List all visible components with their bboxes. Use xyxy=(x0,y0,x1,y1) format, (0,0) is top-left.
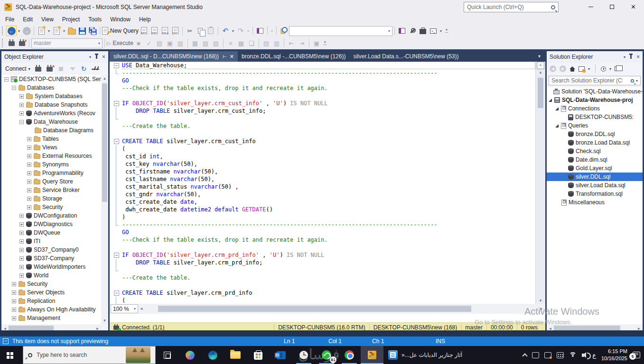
start-button[interactable] xyxy=(0,346,23,364)
outline-gutter[interactable] xyxy=(110,69,122,77)
oe-node-wideworldimporters[interactable]: +WideWorldImporters xyxy=(1,263,101,271)
outline-gutter[interactable] xyxy=(110,206,122,213)
news-widget-button[interactable]: آثار جنازير الدبابات عل...« xyxy=(383,346,467,364)
code-line[interactable]: cst_key nvarchar(50), xyxy=(110,160,535,168)
se-forward-icon[interactable]: ► xyxy=(560,65,566,72)
hscroll-right-arrow[interactable]: ► xyxy=(538,307,545,311)
code-line[interactable]: CREATE TABLE silver_layer.crm_prd_info xyxy=(110,289,535,297)
hscroll-left-arrow[interactable]: ◄ xyxy=(138,307,145,311)
se-node-gold-layer-sql[interactable]: Gold.Layer.sql xyxy=(547,164,643,173)
copy-button[interactable] xyxy=(195,26,205,36)
code-line[interactable]: GO xyxy=(110,77,535,84)
oe-node-dwdiagnostics[interactable]: +DWDiagnostics xyxy=(1,220,101,228)
se-node-check-sql[interactable]: Check.sql xyxy=(547,147,643,155)
outline-gutter[interactable] xyxy=(110,228,122,236)
oe-node-sd37-company0[interactable]: +SD37_Company0 xyxy=(1,246,101,254)
stop-icon[interactable] xyxy=(56,64,66,74)
menu-view[interactable]: View xyxy=(37,15,58,24)
alarms-app-icon[interactable] xyxy=(292,346,315,364)
se-close-icon[interactable]: × xyxy=(636,54,640,60)
query-options-button[interactable]: ▣ xyxy=(165,38,175,48)
disconnect-icon[interactable] xyxy=(45,64,55,74)
expander-plus-icon[interactable]: + xyxy=(12,308,16,312)
se-node-queries[interactable]: Queries xyxy=(547,121,643,130)
oe-node-dwqueue[interactable]: +DWQueue xyxy=(1,228,101,237)
outline-gutter[interactable] xyxy=(110,153,122,160)
code-line[interactable] xyxy=(110,244,535,251)
expander-plus-icon[interactable]: + xyxy=(19,256,24,261)
oe-node-iti[interactable]: +ITI xyxy=(1,237,101,246)
code-line[interactable]: dwh_create_date datetime2 default GETDAT… xyxy=(110,206,535,213)
graphics-settings-icon[interactable] xyxy=(544,352,551,358)
command-window-button[interactable]: >_ xyxy=(428,26,439,36)
parse-button[interactable]: ✓ xyxy=(144,38,154,48)
outline-gutter[interactable] xyxy=(110,122,122,130)
volume-icon[interactable] xyxy=(582,354,584,357)
expander-plus-icon[interactable]: + xyxy=(27,146,31,150)
oe-node-dwconfiguration[interactable]: +DWConfiguration xyxy=(1,211,101,220)
paste-button[interactable] xyxy=(205,26,216,36)
new-project-caret[interactable]: ▾ xyxy=(47,29,51,33)
oe-node-synonyms[interactable]: +Synonyms xyxy=(1,160,101,169)
close-tab-icon[interactable]: ✕ xyxy=(230,54,234,60)
restore-button[interactable] xyxy=(601,0,623,13)
windows-caret[interactable]: ▾ xyxy=(439,29,443,33)
expanded-triangle-icon[interactable] xyxy=(555,107,559,110)
hscroll-thumb[interactable] xyxy=(158,306,471,312)
code-line[interactable]: USE Data_Warehouse; xyxy=(110,62,535,69)
code-line[interactable]: cst_marital_status nvarchar(50) , xyxy=(110,183,535,191)
outline-gutter[interactable] xyxy=(110,198,122,206)
code-line[interactable] xyxy=(110,115,535,122)
outline-gutter[interactable] xyxy=(110,236,122,244)
oe-node-management[interactable]: +Management xyxy=(1,314,101,322)
undo-button[interactable]: ↶ xyxy=(220,26,231,36)
outline-gutter[interactable] xyxy=(110,137,122,145)
outline-gutter[interactable] xyxy=(110,145,122,153)
toolbar2-overflow[interactable]: ▾— xyxy=(322,41,328,46)
oe-node-query-store[interactable]: +Query Store xyxy=(1,177,101,186)
toolbar-grip[interactable] xyxy=(2,27,4,35)
expander-plus-icon[interactable]: + xyxy=(27,180,31,184)
redo-button[interactable]: ↷ xyxy=(235,26,246,36)
editor-vscrollbar[interactable]: ≡ ▲ ▼ xyxy=(535,62,545,304)
solution-explorer-header[interactable]: Solution Explorer ▾ × xyxy=(547,51,643,63)
hidden-icons-chevron[interactable] xyxy=(523,353,528,358)
outline-gutter[interactable] xyxy=(110,274,122,282)
oe-node-storage[interactable]: +Storage xyxy=(1,194,101,203)
close-panel-icon[interactable]: × xyxy=(102,54,105,60)
se-node-sql-data-warehouse-proj[interactable]: SQL-Data-Warehouse-proj xyxy=(547,96,643,104)
code-editor[interactable]: USE Data_Warehouse;---------------------… xyxy=(110,62,535,304)
oe-node-data-warehouse[interactable]: −Data_Warehouse xyxy=(1,118,101,126)
object-explorer-vscrollbar[interactable]: ▲ ▼ xyxy=(101,75,108,324)
document-list-dropdown-icon[interactable]: ▼ xyxy=(533,51,545,62)
code-line[interactable]: ( xyxy=(110,145,535,153)
taskbar-clock[interactable]: 6:15 PM 10/16/2025 xyxy=(601,348,627,362)
home-icon[interactable] xyxy=(569,66,575,69)
pending-changes-filter-icon[interactable] xyxy=(601,66,606,72)
expander-plus-icon[interactable]: + xyxy=(27,171,31,175)
add-item-button[interactable] xyxy=(51,26,62,36)
code-line[interactable]: ---Create the table. xyxy=(110,274,535,282)
results-file-button[interactable]: ❏ xyxy=(246,38,257,48)
expander-plus-icon[interactable]: + xyxy=(19,273,24,278)
oe-node-views[interactable]: +Views xyxy=(1,143,101,152)
splitter-handle-icon[interactable]: ≡ xyxy=(537,62,544,69)
expander-plus-icon[interactable]: + xyxy=(12,316,16,320)
touch-keyboard-icon[interactable] xyxy=(557,352,564,358)
oe-node-security[interactable]: +Security xyxy=(1,280,101,288)
new-dmx-query-button[interactable]: DMX xyxy=(149,26,159,36)
editor-tab-1[interactable]: bronze.DDL.sql -...CUNBSM5\new (126)) xyxy=(238,51,349,62)
se-node-bronze-load-data-sql[interactable]: bronze.Load Data.sql xyxy=(547,138,643,147)
activity-monitor-icon[interactable] xyxy=(90,64,101,74)
connect-query-button[interactable] xyxy=(6,38,17,48)
filter-icon[interactable] xyxy=(67,64,78,74)
outlook-icon[interactable] xyxy=(270,346,292,364)
task-view-button[interactable] xyxy=(156,346,178,364)
code-line[interactable]: DROP TABLE silver_layer.crm_cust_info; xyxy=(110,107,535,115)
editor-tab-2[interactable]: silver.Load Data.s...-CUNBSM5\new (53)) xyxy=(349,51,462,62)
uncomment-button[interactable]: ▥ xyxy=(271,38,282,48)
expanded-triangle-icon[interactable] xyxy=(549,99,552,102)
copilot-icon[interactable] xyxy=(178,346,201,364)
se-node-silver-ddl-sql[interactable]: silver.DDL.sql xyxy=(547,173,643,181)
code-line[interactable]: DROP TABLE silver_layer.crm_prd_info; xyxy=(110,259,535,266)
